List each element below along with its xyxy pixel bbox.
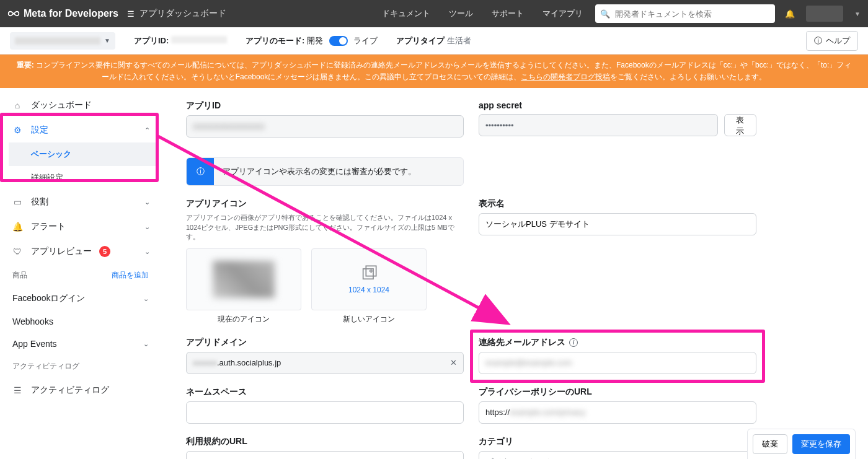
nav-myapps[interactable]: マイアプリ: [542, 8, 583, 19]
settings-form: アプリID 0000000000000000 app secret 表示 ⓘ ア…: [161, 88, 781, 459]
current-icon-preview: [186, 248, 301, 310]
field-label-displayname: 表示名: [479, 198, 756, 209]
namespace-input[interactable]: [186, 401, 464, 424]
sidebar-item-dashboard[interactable]: ⌂ ダッシュボード: [4, 93, 157, 118]
id-card-icon: ▭: [11, 197, 24, 207]
chevron-down-icon: ⌄: [144, 223, 150, 231]
review-count-badge: 5: [99, 246, 110, 257]
brand-text: Meta for Developers: [24, 8, 118, 19]
chevron-down-icon[interactable]: ▼: [854, 11, 861, 17]
user-menu[interactable]: [806, 6, 843, 22]
nav-docs[interactable]: ドキュメント: [382, 8, 430, 19]
bell-icon: 🔔: [11, 222, 24, 232]
search-box[interactable]: 🔍: [595, 4, 775, 23]
display-name-input[interactable]: [479, 213, 756, 235]
app-id-field: 0000000000000000: [186, 115, 464, 138]
meta-logo[interactable]: Meta for Developers: [7, 7, 118, 20]
field-label-category: カテゴリ: [479, 436, 756, 447]
sidebar-item-app-review[interactable]: 🛡 アプリレビュー 5 ⌄: [4, 239, 157, 264]
info-icon[interactable]: i: [569, 338, 578, 347]
field-label-namespace: ネームスペース: [186, 387, 464, 398]
show-secret-button[interactable]: 表示: [724, 114, 756, 136]
question-icon: ⓘ: [814, 35, 822, 46]
products-section-header: 商品 商品を追加: [4, 264, 157, 287]
chevron-down-icon: ⌄: [144, 198, 150, 206]
list-icon: ☰: [11, 385, 24, 395]
upload-image-icon: [360, 264, 378, 282]
tos-url-input[interactable]: [186, 451, 464, 459]
sidebar-sub-basic[interactable]: ベーシック: [9, 142, 157, 166]
save-bar: 破棄 変更を保存: [747, 429, 856, 459]
app-domain-chip[interactable]: xxxxxx.auth.socialplus.jp ✕: [186, 352, 464, 374]
header-nav: ドキュメント ツール サポート マイアプリ: [382, 8, 583, 19]
sidebar-item-activity-log[interactable]: ☰ アクティビティログ: [4, 378, 157, 403]
activity-section-header: アクティビティログ: [4, 355, 157, 378]
sidebar-product-appevents[interactable]: App Events⌄: [4, 333, 157, 355]
app-id-display: アプリID:: [134, 35, 227, 46]
chevron-down-icon: ⌄: [144, 248, 150, 256]
nav-tools[interactable]: ツール: [449, 8, 473, 19]
sidebar-sub-advanced[interactable]: 詳細設定: [9, 166, 157, 190]
chevron-up-icon: ⌃: [144, 126, 150, 134]
banner-link[interactable]: こちらの開発者ブログ投稿: [521, 72, 610, 81]
hamburger-icon[interactable]: ☰: [127, 9, 135, 19]
field-label-appdomain: アプリドメイン: [186, 337, 464, 348]
app-secret-field: [479, 114, 718, 136]
app-mode-toggle: アプリのモード: 開発 ライブ: [246, 35, 378, 46]
appicon-help-text: アプリアイコンの画像がアプリ特有であることを確認してください。ファイルは1024…: [186, 213, 464, 242]
svg-rect-0: [363, 269, 373, 279]
field-label-privacy-url: プライバシーポリシーのURL: [479, 387, 756, 398]
contact-email-input[interactable]: example@example.com: [479, 352, 756, 374]
sidebar-item-settings[interactable]: ⚙ 設定 ⌃: [4, 118, 157, 142]
field-label-appid: アプリID: [186, 100, 464, 111]
global-header: Meta for Developers ☰ アプリダッシュボード ドキュメント …: [0, 0, 868, 27]
category-select[interactable]: ビジネス・ページ▾: [479, 451, 756, 459]
new-icon-upload[interactable]: 1024 x 1024: [311, 248, 427, 310]
app-selector-dropdown[interactable]: ▼: [10, 32, 115, 50]
help-button[interactable]: ⓘ ヘルプ: [806, 31, 858, 51]
privacy-url-input[interactable]: https://example.com/privacy: [479, 401, 756, 424]
nav-support[interactable]: サポート: [492, 8, 524, 19]
app-subheader: ▼ アプリID: アプリのモード: 開発 ライブ アプリタイプ 生活者 ⓘ ヘル…: [0, 27, 868, 55]
home-icon: ⌂: [11, 100, 24, 110]
shield-icon: 🛡: [11, 247, 24, 256]
sidebar-product-webhooks[interactable]: Webhooks: [4, 310, 157, 333]
discard-button[interactable]: 破棄: [753, 434, 787, 454]
breadcrumb-title: アプリダッシュボード: [140, 8, 226, 19]
infinity-icon: [7, 7, 20, 20]
remove-domain-icon[interactable]: ✕: [450, 358, 457, 367]
field-label-tos-url: 利用規約のURL: [186, 436, 464, 447]
sidebar: ⌂ ダッシュボード ⚙ 設定 ⌃ ベーシック 詳細設定 ▭ 役割 ⌄ 🔔 アラー…: [0, 88, 161, 459]
search-input[interactable]: [615, 9, 770, 19]
compliance-banner: 重要: コンプライアンス要件に関するすべてのメール配信については、アプリダッシュ…: [0, 55, 868, 88]
info-icon: ⓘ: [187, 158, 214, 185]
mode-toggle-switch[interactable]: [329, 36, 348, 46]
field-label-appsecret: app secret: [479, 100, 756, 110]
field-label-appicon: アプリアイコン: [186, 198, 464, 209]
app-type-display: アプリタイプ 生活者: [396, 35, 471, 46]
sidebar-product-fblogin[interactable]: Facebookログイン⌄: [4, 287, 157, 310]
add-product-link[interactable]: 商品を追加: [112, 270, 149, 281]
gear-icon: ⚙: [11, 125, 24, 135]
field-label-contact-email: 連絡先メールアドレス i: [479, 337, 756, 348]
sidebar-item-roles[interactable]: ▭ 役割 ⌄: [4, 190, 157, 214]
save-button[interactable]: 変更を保存: [792, 434, 850, 454]
sidebar-item-alerts[interactable]: 🔔 アラート ⌄: [4, 214, 157, 239]
bell-icon[interactable]: 🔔: [785, 9, 795, 19]
search-icon: 🔍: [600, 9, 610, 19]
review-required-banner: ⓘ アプリアイコンや表示名の変更には審査が必要です。: [186, 157, 464, 186]
